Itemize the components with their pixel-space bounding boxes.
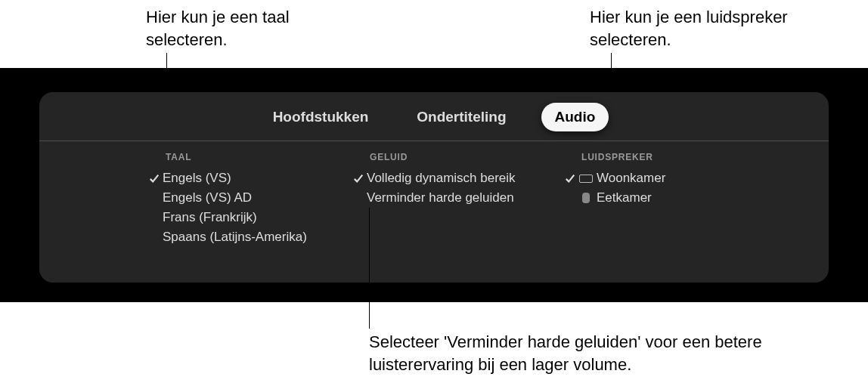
language-option-es-la[interactable]: Spaans (Latijns-Amerika) [145,227,349,247]
sound-option-full-dynamic[interactable]: Volledig dynamisch bereik [349,168,561,188]
column-header-language: TAAL [145,152,349,162]
language-label: Engels (VS) AD [163,190,252,205]
language-option-fr-fr[interactable]: Frans (Frankrijk) [145,208,349,227]
sound-label: Volledig dynamisch bereik [367,171,516,186]
callout-speaker: Hier kun je een luidspreker selecteren. [590,6,832,51]
tab-bar: Hoofdstukken Ondertiteling Audio [39,92,829,141]
language-option-en-us-ad[interactable]: Engels (VS) AD [145,188,349,208]
audio-panel: Hoofdstukken Ondertiteling Audio TAAL En… [39,92,829,283]
language-option-en-us[interactable]: Engels (VS) [145,168,349,188]
sound-option-reduce-loud[interactable]: Verminder harde geluiden [349,188,561,208]
column-sound: GELUID Volledig dynamisch bereik Vermind… [349,152,561,247]
check-icon [561,173,578,184]
sound-label: Verminder harde geluiden [367,190,514,205]
column-header-speaker: LUIDSPREKER [561,152,750,162]
column-speaker: LUIDSPREKER Woonkamer Eetkamer [561,152,750,247]
homepod-icon [578,193,594,203]
check-icon [145,173,163,184]
speaker-option-living-room[interactable]: Woonkamer [561,168,750,188]
callout-language: Hier kun je een taal selecteren. [146,6,358,51]
tab-chapters[interactable]: Hoofdstukken [259,103,383,131]
tab-subtitles[interactable]: Ondertiteling [403,103,519,131]
speaker-label: Woonkamer [597,171,665,186]
speaker-option-dining-room[interactable]: Eetkamer [561,188,750,208]
language-label: Engels (VS) [163,171,231,186]
column-header-sound: GELUID [349,152,561,162]
tv-icon [578,173,594,184]
check-icon [349,173,367,184]
tab-audio[interactable]: Audio [541,103,609,131]
panel-columns: TAAL Engels (VS) Engels (VS) AD Frans (F… [39,141,829,247]
speaker-label: Eetkamer [597,190,652,205]
column-language: TAAL Engels (VS) Engels (VS) AD Frans (F… [145,152,349,247]
callout-reduce-loud: Selecteer 'Verminder harde geluiden' voo… [369,331,838,375]
language-label: Frans (Frankrijk) [163,210,257,225]
callout-line-reduce-loud [369,208,370,329]
language-label: Spaans (Latijns-Amerika) [163,230,307,245]
